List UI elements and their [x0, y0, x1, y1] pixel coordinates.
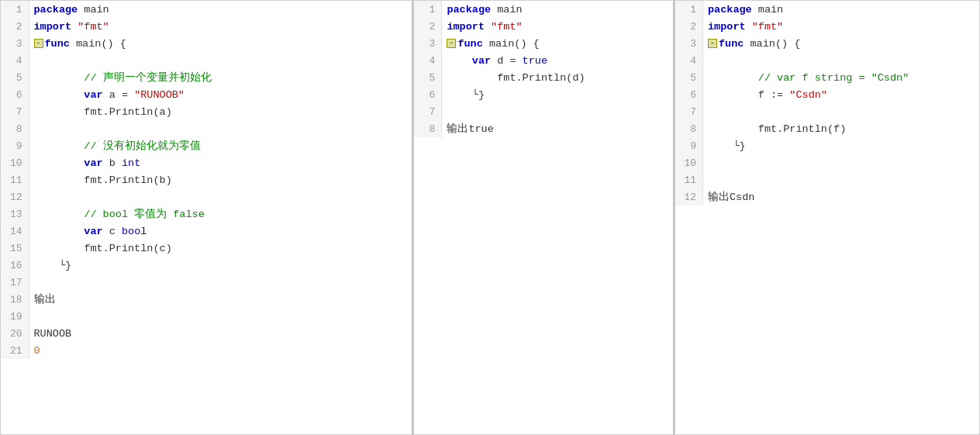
keyword: package: [708, 4, 752, 16]
table-row: 13 // bool 零值为 false: [1, 205, 412, 223]
keyword: var: [84, 157, 102, 169]
table-row: 2import "fmt": [1, 18, 412, 35]
table-row: 15 fmt.Println(c): [1, 240, 412, 257]
table-row: 10: [675, 154, 980, 171]
table-row: 12: [1, 188, 412, 205]
table-row: 7: [414, 103, 673, 120]
collapse-icon[interactable]: -: [34, 39, 43, 48]
keyword: package: [447, 4, 491, 16]
keyword: func: [719, 38, 744, 50]
keyword: import: [34, 21, 72, 33]
table-row: 5 fmt.Println(d): [414, 69, 673, 86]
table-row: 7 fmt.Println(a): [1, 103, 412, 120]
table-row: 4 var d = true: [414, 52, 673, 69]
table-row: 9 └}: [675, 137, 980, 154]
collapse-icon[interactable]: -: [708, 39, 717, 48]
keyword: var: [84, 226, 102, 237]
code-table-1: 1package main 2import "fmt" 3-func main(…: [1, 1, 412, 359]
type: bool: [122, 226, 147, 237]
comment: // 没有初始化就为零值: [84, 140, 200, 152]
keyword: func: [457, 38, 482, 50]
table-row: 17: [1, 274, 412, 291]
table-row: 19: [1, 308, 412, 325]
table-row: 11 fmt.Println(b): [1, 171, 412, 188]
table-row: 5 // 声明一个变量并初始化: [1, 69, 412, 86]
type: int: [122, 157, 140, 169]
string: "fmt": [491, 21, 523, 33]
table-row: 9 // 没有初始化就为零值: [1, 137, 412, 154]
table-row: 6 f := "Csdn": [675, 86, 980, 103]
table-row: 3-func main() {: [1, 35, 412, 52]
table-row: 1package main: [414, 1, 673, 18]
table-row: 14 var c bool: [1, 223, 412, 240]
number: 0: [34, 345, 40, 357]
keyword: func: [45, 38, 70, 50]
table-row: 1package main: [675, 1, 980, 18]
table-row: 11: [675, 171, 980, 188]
comment: // bool 零值为 false: [84, 209, 204, 220]
table-row: 8 fmt.Println(f): [675, 120, 980, 137]
table-row: 10 var b int: [1, 154, 412, 171]
table-row: 12输出Csdn: [675, 188, 980, 205]
comment: // 声明一个变量并初始化: [84, 72, 211, 84]
table-row: 20RUNOOB: [1, 325, 412, 342]
table-row: 7: [675, 103, 980, 120]
table-row: 16 └}: [1, 257, 412, 274]
table-row: 4: [675, 52, 980, 69]
comment: // var f string = "Csdn": [758, 72, 909, 84]
table-row: 4: [1, 52, 412, 69]
code-table-2: 1package main 2import "fmt" 3-func main(…: [414, 1, 673, 137]
code-panel-2: 1package main 2import "fmt" 3-func main(…: [413, 0, 675, 435]
string: "fmt": [752, 21, 784, 33]
table-row: 3-func main() {: [414, 35, 673, 52]
table-row: 210: [1, 342, 412, 359]
table-row: 3-func main() {: [675, 35, 980, 52]
table-row: 2import "fmt": [675, 18, 980, 35]
table-row: 6 └}: [414, 86, 673, 103]
string: "RUNOOB": [134, 89, 185, 101]
table-row: 6 var a = "RUNOOB": [1, 86, 412, 103]
keyword: package: [34, 4, 78, 16]
string: "Csdn": [789, 89, 827, 101]
table-row: 2import "fmt": [414, 18, 673, 35]
table-row: 18输出: [1, 291, 412, 308]
code-panel-1: 1package main 2import "fmt" 3-func main(…: [0, 0, 413, 435]
keyword: var: [84, 89, 102, 101]
keyword: var: [472, 55, 491, 67]
table-row: 8: [1, 120, 412, 137]
code-table-3: 1package main 2import "fmt" 3-func main(…: [675, 1, 980, 205]
keyword: import: [447, 21, 485, 33]
code-panel-3: 1package main 2import "fmt" 3-func main(…: [675, 0, 981, 435]
keyword: import: [708, 21, 746, 33]
table-row: 5 // var f string = "Csdn": [675, 69, 980, 86]
bool-value: true: [523, 55, 547, 67]
table-row: 1package main: [1, 1, 412, 18]
table-row: 8输出true: [414, 120, 673, 137]
collapse-icon[interactable]: -: [447, 39, 456, 48]
string: "fmt": [78, 21, 109, 33]
